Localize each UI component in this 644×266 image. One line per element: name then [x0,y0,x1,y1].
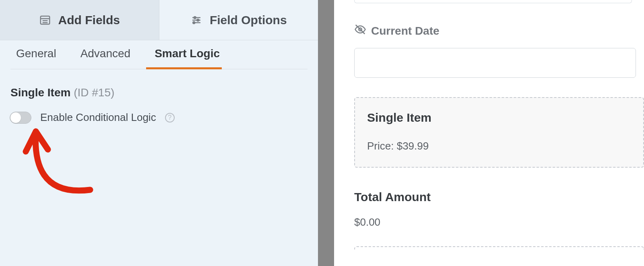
svg-point-5 [194,17,196,19]
subtab-advanced[interactable]: Advanced [80,47,131,62]
subtab-general[interactable]: General [16,47,56,62]
tab-field-options[interactable]: Field Options [159,0,318,40]
active-tab-underline [146,67,222,69]
arrow-annotation [18,127,98,206]
svg-point-9 [193,21,195,23]
top-tabs: Add Fields Field Options [0,0,318,40]
field-id: (ID #15) [74,86,114,99]
list-icon [39,14,51,26]
single-item-field[interactable]: Single Item Price: $39.99 [354,97,644,168]
cutoff-field [354,0,632,3]
field-heading: Single Item (ID #15) [0,69,318,106]
current-date-field: Current Date [354,23,644,78]
current-date-label: Current Date [371,25,440,37]
svg-point-7 [197,19,199,21]
current-date-input[interactable] [354,48,636,78]
field-name: Single Item [10,86,70,99]
form-preview: Current Date Single Item Price: $39.99 T… [334,0,644,266]
preview-inner: Current Date Single Item Price: $39.99 T… [334,23,644,249]
app-root: Add Fields Field Options Ge [0,0,644,266]
total-title: Total Amount [354,190,644,204]
current-date-label-row: Current Date [354,23,644,38]
eye-off-icon [354,23,366,38]
panel-gutter [318,0,334,266]
tab-add-fields[interactable]: Add Fields [0,0,159,40]
conditional-logic-row: Enable Conditional Logic ? [0,106,318,129]
total-amount-field: Total Amount $0.00 [354,190,644,229]
single-item-price: Price: $39.99 [367,140,631,152]
sub-tabs: General Advanced Smart Logic [10,40,308,69]
conditional-logic-label: Enable Conditional Logic [40,111,156,124]
total-value: $0.00 [354,216,644,229]
toggle-knob [10,112,21,123]
sub-tabs-wrap: General Advanced Smart Logic [0,40,318,69]
sliders-icon [190,14,202,26]
subtab-smart-logic[interactable]: Smart Logic [155,47,220,62]
tab-add-fields-label: Add Fields [58,13,120,27]
conditional-logic-toggle[interactable] [10,112,31,124]
field-options-sidebar: Add Fields Field Options Ge [0,0,318,266]
single-item-title: Single Item [367,111,631,125]
help-icon[interactable]: ? [165,113,175,123]
cutoff-dashed-box [354,246,644,249]
tab-field-options-label: Field Options [210,13,287,27]
